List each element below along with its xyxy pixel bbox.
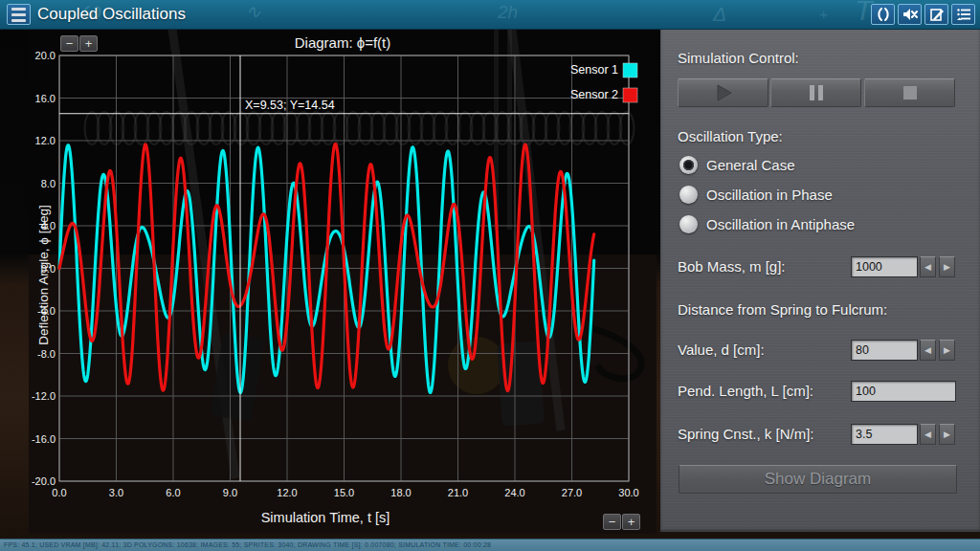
status-bar: FPS: 45.1; USED VRAM [MB]: 42.11; 3D POL… <box>0 539 980 551</box>
sound-muted-icon[interactable] <box>898 4 922 25</box>
radio-oscillation-in-phase[interactable]: Oscillation in Phase <box>679 185 833 205</box>
oscillation-plot[interactable]: 20.016.012.08.04.00.0-4.0-8.0-12.0-16.0-… <box>29 29 657 534</box>
x-axis-label: Simulation Time, t [s] <box>29 510 622 525</box>
control-panel: Simulation Control: Oscillation Type: Ge… <box>660 29 980 532</box>
spring-constant-increment-button[interactable]: ▶ <box>939 424 955 445</box>
bob-mass-decrement-button[interactable]: ◀ <box>920 256 936 277</box>
radio-general-case[interactable]: General Case <box>679 155 795 175</box>
notes-icon[interactable] <box>924 4 948 25</box>
pendulum-length-input[interactable] <box>851 381 956 402</box>
svg-text:16.0: 16.0 <box>35 93 56 104</box>
radio-label: Oscillation in Antiphase <box>706 216 855 232</box>
titlebar-icon-group <box>871 4 975 25</box>
crosshair-label: X=9.53; Y=14.54 <box>245 99 335 112</box>
show-diagram-button[interactable]: Show Diagram <box>679 465 957 494</box>
radio-label: Oscillation in Phase <box>706 187 833 203</box>
chart-zoom-in-button-top[interactable]: + <box>79 35 98 52</box>
svg-text:-16.0: -16.0 <box>32 433 56 445</box>
value-d-label: Value, d [cm]: <box>678 342 765 358</box>
svg-text:21.0: 21.0 <box>448 487 468 498</box>
radio-circle[interactable] <box>679 156 698 174</box>
oscillation-type-heading: Oscillation Type: <box>678 128 783 144</box>
formula-watermark-glyph: T <box>855 0 872 27</box>
value-d-decrement-button[interactable]: ◀ <box>920 340 936 361</box>
spring-constant-decrement-button[interactable]: ◀ <box>920 424 936 445</box>
svg-text:-20.0: -20.0 <box>32 475 56 487</box>
list-icon[interactable] <box>951 4 975 25</box>
chart-zoom-out-button-top[interactable]: − <box>60 35 78 52</box>
stop-button[interactable] <box>864 78 955 107</box>
spring-constant-input[interactable] <box>851 424 918 445</box>
svg-text:27.0: 27.0 <box>562 487 582 498</box>
formula-watermark-glyph: ∿ <box>245 0 261 23</box>
value-d-increment-button[interactable]: ▶ <box>939 340 955 361</box>
legend-swatch <box>623 88 637 102</box>
formula-watermark-glyph: 2h <box>498 2 518 23</box>
hamburger-menu-button[interactable] <box>7 4 31 25</box>
chart-zoom-in-button-bottom[interactable]: + <box>622 514 640 530</box>
svg-text:3.0: 3.0 <box>109 487 123 498</box>
bob-mass-label: Bob Mass, m [g]: <box>678 258 786 275</box>
radio-label: General Case <box>706 157 795 173</box>
svg-text:15.0: 15.0 <box>334 487 354 498</box>
legend-label: Sensor 2 <box>570 88 618 101</box>
title-bar: ω∿2h+ΔT Coupled Oscillations <box>0 0 980 30</box>
bob-mass-increment-button[interactable]: ▶ <box>939 256 955 277</box>
y-axis-label: Deflection Angle, ϕ [deg] <box>36 142 51 409</box>
app-title: Coupled Oscillations <box>37 0 186 28</box>
formula-watermark-glyph: Δ <box>713 3 726 26</box>
chart-title: Diagram: ϕ=f(t) <box>29 34 657 51</box>
radio-circle[interactable] <box>679 186 698 204</box>
svg-text:18.0: 18.0 <box>390 487 411 498</box>
spring-constant-label: Spring Cnst., k [N/m]: <box>678 426 814 442</box>
value-d-input[interactable] <box>851 340 918 361</box>
radio-circle[interactable] <box>679 215 698 233</box>
formula-watermark-glyph: + <box>819 6 828 22</box>
svg-text:6.0: 6.0 <box>166 487 180 498</box>
svg-text:0.0: 0.0 <box>52 487 66 498</box>
play-button[interactable] <box>678 78 768 107</box>
svg-text:30.0: 30.0 <box>618 487 638 498</box>
svg-text:9.0: 9.0 <box>223 487 237 498</box>
pendulum-length-label: Pend. Length, L [cm]: <box>678 383 813 399</box>
status-stats-text: FPS: 45.1; USED VRAM [MB]: 42.11; 3D POL… <box>4 541 491 548</box>
legend-swatch <box>623 63 637 77</box>
svg-text:12.0: 12.0 <box>277 487 297 498</box>
radio-oscillation-in-antiphase[interactable]: Oscillation in Antiphase <box>679 214 855 234</box>
svg-text:24.0: 24.0 <box>504 487 524 498</box>
chart-zoom-out-button-bottom[interactable]: − <box>603 514 621 530</box>
legend-label: Sensor 1 <box>570 63 618 77</box>
svg-text:20.0: 20.0 <box>35 50 56 61</box>
chart-panel: 20.016.012.08.04.00.0-4.0-8.0-12.0-16.0-… <box>29 29 657 534</box>
distance-heading: Distance from Spring to Fulcrum: <box>678 301 887 318</box>
bob-mass-input[interactable] <box>851 256 918 277</box>
pause-button[interactable] <box>770 78 861 107</box>
app-window: ω∿2h+ΔT Coupled Oscillations 20.016.012.… <box>0 0 980 551</box>
simulation-control-heading: Simulation Control: <box>678 50 799 66</box>
code-brackets-icon[interactable] <box>871 4 895 25</box>
